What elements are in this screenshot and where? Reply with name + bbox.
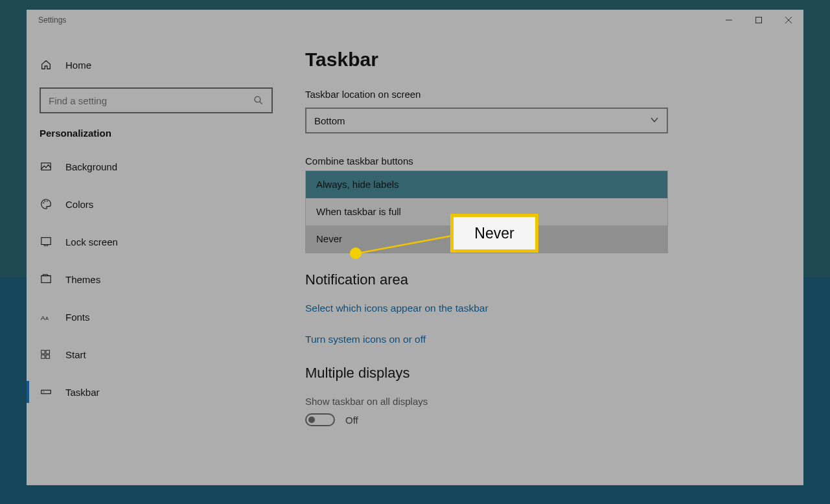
sidebar-item-colors[interactable]: Colors — [27, 185, 286, 223]
callout-connector — [355, 232, 464, 258]
svg-rect-16 — [46, 350, 49, 354]
svg-point-4 — [255, 97, 260, 102]
start-icon — [40, 348, 52, 361]
search-box[interactable] — [40, 87, 273, 113]
sidebar-item-label: Themes — [65, 274, 100, 285]
window-title: Settings — [38, 16, 66, 25]
close-button[interactable] — [774, 10, 803, 30]
sidebar-item-label: Taskbar — [65, 387, 100, 398]
search-icon — [252, 94, 265, 107]
minimize-icon — [726, 17, 732, 23]
callout-text: Never — [474, 225, 514, 242]
combine-option-always[interactable]: Always, hide labels — [306, 171, 667, 198]
sidebar-item-start[interactable]: Start — [27, 336, 286, 373]
sidebar-item-taskbar[interactable]: Taskbar — [27, 373, 286, 411]
svg-rect-10 — [41, 238, 51, 245]
sidebar-category: Personalization — [27, 113, 286, 148]
home-label: Home — [65, 60, 91, 71]
combine-label: Combine taskbar buttons — [305, 155, 787, 166]
option-label: Always, hide labels — [316, 179, 399, 190]
chevron-down-icon — [650, 115, 659, 126]
svg-rect-19 — [41, 390, 51, 393]
sidebar-item-label: Fonts — [65, 312, 90, 323]
option-label: When taskbar is full — [316, 206, 401, 217]
maximize-icon — [755, 17, 762, 23]
picture-icon — [40, 160, 52, 173]
dropdown-value: Bottom — [314, 115, 345, 126]
sidebar-item-background[interactable]: Background — [27, 148, 286, 185]
sidebar-home[interactable]: Home — [27, 50, 286, 80]
sidebar: Home Personalization Background Colors — [27, 30, 286, 485]
fonts-icon: AA — [40, 310, 52, 323]
main-content: Taskbar Taskbar location on screen Botto… — [286, 30, 803, 485]
svg-point-8 — [44, 201, 45, 202]
taskbar-icon — [40, 385, 52, 398]
home-icon — [40, 58, 52, 71]
svg-rect-12 — [41, 276, 51, 283]
close-icon — [785, 17, 792, 23]
location-label: Taskbar location on screen — [305, 89, 787, 100]
page-title: Taskbar — [305, 49, 787, 71]
svg-point-9 — [47, 201, 48, 202]
search-input[interactable] — [49, 95, 252, 106]
sidebar-item-label: Background — [65, 161, 117, 172]
sidebar-item-label: Start — [65, 349, 86, 360]
location-dropdown[interactable]: Bottom — [305, 108, 668, 133]
svg-text:A: A — [45, 315, 49, 321]
minimize-button[interactable] — [714, 10, 744, 30]
callout-box: Never — [450, 214, 538, 253]
option-label: Never — [316, 233, 342, 244]
svg-rect-15 — [41, 350, 45, 354]
svg-rect-1 — [756, 17, 762, 23]
svg-rect-18 — [46, 355, 49, 358]
svg-line-21 — [358, 235, 459, 253]
sidebar-item-fonts[interactable]: AA Fonts — [27, 298, 286, 336]
palette-icon — [40, 198, 52, 211]
svg-text:A: A — [41, 314, 45, 321]
svg-line-5 — [260, 102, 262, 104]
svg-rect-17 — [41, 355, 45, 358]
lock-screen-icon — [40, 235, 52, 248]
sidebar-item-lock-screen[interactable]: Lock screen — [27, 223, 286, 260]
titlebar: Settings — [27, 10, 803, 30]
toggle-value: Off — [345, 415, 358, 426]
svg-rect-11 — [44, 245, 47, 246]
sidebar-item-label: Lock screen — [65, 236, 118, 247]
link-system-icons[interactable]: Turn system icons on or off — [305, 334, 787, 345]
show-all-toggle[interactable] — [305, 413, 335, 426]
svg-rect-6 — [41, 163, 51, 170]
sidebar-item-themes[interactable]: Themes — [27, 260, 286, 298]
multiple-displays-header: Multiple displays — [305, 365, 787, 382]
svg-point-7 — [43, 202, 45, 203]
maximize-button[interactable] — [744, 10, 774, 30]
link-select-icons[interactable]: Select which icons appear on the taskbar — [305, 303, 787, 314]
themes-icon — [40, 273, 52, 286]
callout-anchor-dot — [350, 247, 362, 259]
show-all-label: Show taskbar on all displays — [305, 396, 787, 407]
sidebar-item-label: Colors — [65, 199, 93, 210]
notification-header: Notification area — [305, 271, 787, 288]
